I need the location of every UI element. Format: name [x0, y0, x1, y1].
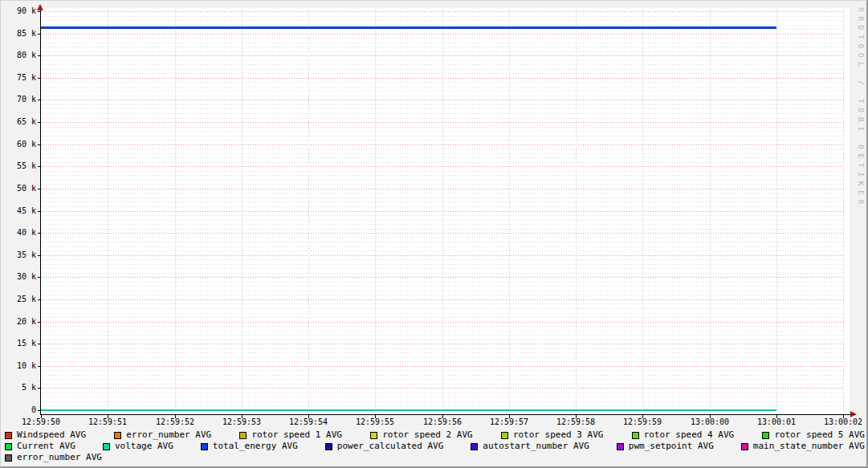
y-axis-label: 20 k [1, 317, 36, 327]
legend-item: rotor speed 1 AVG [239, 430, 342, 440]
gridline-vertical [308, 10, 309, 411]
y-axis-label: 50 k [1, 184, 36, 193]
y-axis-tick [38, 233, 41, 234]
legend-label: power_calculated AVG [337, 442, 443, 451]
y-axis-label: 35 k [1, 250, 36, 260]
legend-item: rotor speed 5 AVG [762, 430, 865, 440]
legend-label: rotor speed 1 AVG [251, 430, 342, 440]
legend-item: error_number AVG [5, 453, 102, 462]
legend-label: error_number AVG [126, 430, 211, 440]
legend-color-swatch [762, 432, 769, 439]
legend-row: Current AVGvoltage AVGtotal_energy AVGpo… [5, 442, 865, 451]
y-axis-tick [38, 189, 41, 189]
gridline-vertical [442, 10, 443, 411]
y-axis-label: 75 k [1, 73, 36, 83]
legend-color-swatch [325, 443, 332, 450]
gridline-vertical [108, 10, 108, 411]
y-axis-label: 85 k [1, 29, 36, 39]
legend-color-swatch [5, 432, 12, 439]
y-axis-tick [38, 34, 41, 35]
x-axis-label: 12:59:57 [490, 417, 528, 427]
y-axis-tick [38, 211, 41, 212]
x-axis-label: 12:59:52 [156, 417, 194, 427]
x-axis-label: 12:59:59 [623, 417, 662, 427]
gridline-vertical [509, 10, 510, 411]
x-axis-label: 12:59:56 [423, 417, 462, 427]
x-axis [41, 414, 850, 415]
y-axis-tick [38, 122, 41, 123]
y-axis-tick [38, 100, 41, 100]
legend-label: main_state_number AVG [753, 442, 865, 451]
x-axis-label: 12:59:51 [88, 417, 127, 427]
series-line-voltage-avg [41, 409, 776, 411]
y-axis-tick [38, 55, 41, 56]
series-line-total-energy-avg [41, 26, 776, 29]
y-axis-tick [38, 322, 41, 323]
legend-row: error_number AVG [5, 453, 865, 462]
y-axis-label: 10 k [1, 361, 36, 371]
legend-label: Windspeed AVG [17, 430, 86, 440]
y-axis-tick [38, 144, 41, 145]
gridline-vertical [843, 10, 844, 411]
legend-label: total_energy AVG [213, 442, 298, 451]
y-axis-tick [38, 11, 41, 12]
legend-color-swatch [370, 432, 377, 439]
legend-item: total_energy AVG [201, 442, 298, 451]
x-axis-label: 12:59:55 [356, 417, 394, 427]
y-axis-label: 60 k [1, 140, 36, 149]
legend-item: error_number AVG [114, 430, 211, 440]
y-axis-label: 25 k [1, 295, 36, 304]
legend-item: main_state_number AVG [741, 442, 865, 451]
watermark: RRDTOOL / TOBI OETIKER [857, 7, 865, 209]
legend-color-swatch [5, 454, 12, 462]
legend-color-swatch [103, 443, 110, 450]
legend-item: pwm_setpoint AVG [617, 442, 714, 451]
legend-item: voltage AVG [103, 442, 173, 451]
gridline-vertical [576, 10, 577, 411]
legend-label: autostart_number AVG [483, 442, 589, 451]
y-axis-tick [38, 344, 41, 344]
legend-item: rotor speed 3 AVG [501, 430, 604, 440]
y-axis-tick [38, 388, 41, 389]
y-axis-tick [38, 277, 41, 278]
legend-label: pwm_setpoint AVG [629, 442, 714, 451]
legend-label: error_number AVG [17, 453, 102, 462]
legend-item: power_calculated AVG [325, 442, 443, 451]
x-axis-label: 12:59:54 [289, 417, 328, 427]
y-axis-label: 45 k [1, 206, 36, 216]
x-axis-label: 12:59:50 [22, 417, 60, 427]
legend-color-swatch [201, 443, 208, 450]
y-axis-label: 40 k [1, 228, 36, 238]
y-axis-label: 70 k [1, 95, 36, 104]
y-axis-label: 65 k [1, 117, 36, 127]
y-axis-label: 55 k [1, 161, 36, 171]
legend-label: voltage AVG [115, 442, 173, 451]
legend-item: Windspeed AVG [5, 430, 86, 440]
legend-label: rotor speed 3 AVG [513, 430, 604, 440]
legend-item: autostart_number AVG [471, 442, 589, 451]
legend-color-swatch [501, 432, 508, 439]
legend-color-swatch [5, 443, 12, 450]
legend-label: rotor speed 2 AVG [382, 430, 473, 440]
gridline-vertical [710, 10, 711, 411]
y-axis-tick [38, 299, 41, 300]
x-axis-label: 12:59:53 [222, 417, 261, 427]
legend-label: Current AVG [17, 442, 75, 451]
legend-item: rotor speed 2 AVG [370, 430, 473, 440]
legend-color-swatch [239, 432, 247, 439]
legend-item: rotor speed 4 AVG [632, 430, 735, 440]
legend-row: Windspeed AVGerror_number AVGrotor speed… [5, 430, 865, 440]
legend-color-swatch [471, 443, 478, 450]
legend-color-swatch [114, 432, 121, 439]
gridline-vertical [242, 10, 242, 411]
legend-color-swatch [617, 443, 624, 450]
y-axis-tick [38, 78, 41, 79]
y-axis-label: 5 k [1, 383, 36, 393]
y-axis-label: 15 k [1, 339, 36, 348]
legend-label: rotor speed 5 AVG [774, 430, 865, 440]
x-axis-label: 13:00:00 [691, 417, 729, 427]
gridline-vertical [776, 10, 777, 411]
y-axis-label: 30 k [1, 272, 36, 282]
y-axis-tick [38, 255, 41, 256]
legend-color-swatch [632, 432, 639, 439]
